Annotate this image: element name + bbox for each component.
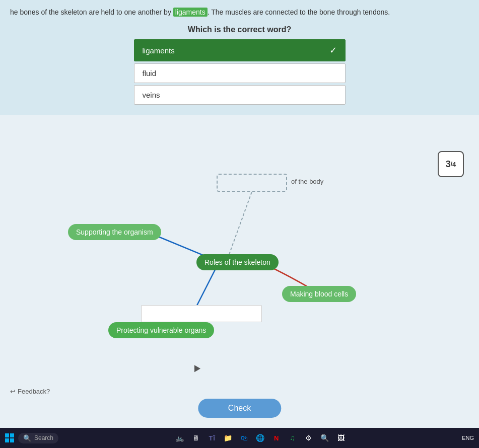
taskbar-left: 🔍 Search [5,433,58,443]
answer-option-veins[interactable]: veins [134,85,346,105]
sentence-text: he bones of the skeleton are held to one… [0,5,479,19]
svg-line-0 [229,192,252,254]
taskbar-spotify-icon[interactable]: ♫ [287,432,298,443]
answer-input[interactable] [141,305,262,322]
support-node: Supporting the organism [68,224,161,240]
taskbar: 🔍 Search 🚲 🖥 Tǐ 📁 🛍 🌐 N ♫ ⚙ 🔍 🖼 ENG [0,428,479,448]
top-section: he bones of the skeleton are held to one… [0,0,479,115]
search-label: Search [34,434,53,441]
taskbar-chrome-icon[interactable]: 🌐 [255,432,266,443]
answer-options: ligaments ✓ fluid veins [0,39,479,105]
taskbar-photo-icon[interactable]: 🖼 [335,432,347,443]
mindmap-area: of the body Roles of the skeleton Suppor… [0,146,479,388]
check-button[interactable]: Check [198,399,281,418]
blood-node: Making blood cells [282,286,356,302]
feedback-link[interactable]: ↩ Feedback? [10,388,50,395]
missing-node-box [217,174,287,192]
search-icon: 🔍 [23,434,31,442]
input-area [141,305,262,322]
sentence-suffix: . The muscles are connected to the bone … [208,8,390,16]
taskbar-netflix-icon[interactable]: N [271,432,282,443]
taskbar-settings-icon[interactable]: ⚙ [303,432,314,443]
answer-option-ligaments[interactable]: ligaments ✓ [134,39,346,61]
taskbar-store-icon[interactable]: 🛍 [239,432,250,443]
taskbar-right: ENG [462,435,474,441]
taskbar-lang: ENG [462,435,474,441]
taskbar-search-taskbar-icon[interactable]: 🔍 [319,432,330,443]
sentence-prefix: he bones of the skeleton are held to one… [10,8,173,16]
checkmark-icon: ✓ [329,45,337,56]
taskbar-search-box[interactable]: 🔍 Search [18,433,58,443]
feedback-arrow-icon: ↩ [10,388,16,395]
highlighted-word: ligaments [173,8,208,17]
taskbar-monitor-icon[interactable]: 🖥 [190,432,201,443]
answer-option-fluid[interactable]: fluid [134,63,346,83]
protect-node: Protecting vulnerable organs [108,322,214,338]
taskbar-icons: 🚲 🖥 Tǐ 📁 🛍 🌐 N ♫ ⚙ 🔍 🖼 [174,432,347,443]
taskbar-teams-icon[interactable]: Tǐ [207,432,218,443]
windows-logo-icon[interactable] [5,433,14,442]
missing-node-label: of the body [291,178,323,185]
center-node: Roles of the skeleton [196,254,279,270]
question-label: Which is the correct word? [0,25,479,34]
taskbar-folder-icon[interactable]: 📁 [223,432,234,443]
taskbar-bike-icon[interactable]: 🚲 [174,432,185,443]
